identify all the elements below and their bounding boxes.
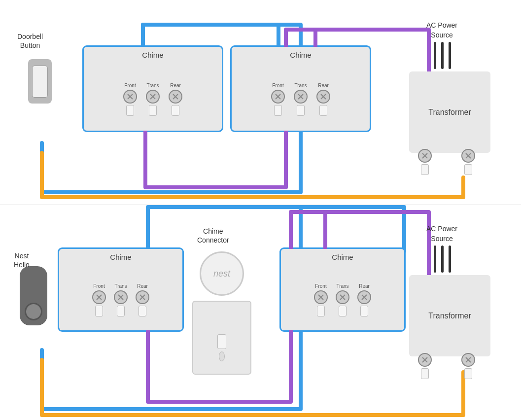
nest-hello-label: Nest Hello [14, 251, 30, 269]
diagram-container: Doorbell Button Chime Front Trans [0, 0, 521, 420]
top-chime1-front-terminal: Front [123, 83, 137, 116]
top-chime2-label: Chime [290, 51, 311, 59]
bottom-transformer-terminal-left [418, 353, 432, 379]
bottom-transformer-box: Transformer [409, 275, 490, 356]
chime-connector-wire-box [192, 301, 251, 375]
chime-connector-device: nest [200, 251, 244, 296]
doorbell-button-device [28, 59, 52, 104]
top-transformer-terminal-left [418, 149, 432, 175]
bottom-ac-lines [434, 245, 451, 273]
top-chime1-rear-terminal: Rear [169, 83, 182, 116]
bottom-chime2-box: Chime Front Trans Rear [281, 249, 404, 330]
bottom-chime2-rear-terminal: Rear [357, 283, 371, 316]
chime-connector-nest-logo: nest [213, 269, 230, 279]
doorbell-button-label: Doorbell Button [17, 32, 43, 50]
top-chime1-box: Chime Front Trans Rear [84, 47, 222, 131]
top-transformer-label: Transformer [428, 108, 471, 117]
top-ac-lines [434, 42, 451, 69]
chime-connector-label: Chime Connector [197, 227, 229, 245]
section-divider [0, 205, 521, 205]
top-chime2-trans-terminal: Trans [294, 83, 308, 116]
bottom-chime2-trans-terminal: Trans [336, 283, 349, 316]
top-chime2-box: Chime Front Trans Rear [232, 47, 370, 131]
top-transformer-box: Transformer [409, 71, 490, 153]
top-chime2-rear-terminal: Rear [316, 83, 330, 116]
bottom-chime2-front-terminal: Front [314, 283, 328, 316]
top-chime1-label: Chime [142, 51, 163, 59]
bottom-chime1-rear-terminal: Rear [136, 283, 149, 316]
top-chime1-trans-terminal: Trans [146, 83, 160, 116]
nest-hello-device [20, 266, 47, 325]
top-ac-power-label: AC Power Source [426, 21, 457, 40]
bottom-ac-power-label: AC Power Source [426, 224, 457, 244]
top-transformer-terminal-right [461, 149, 475, 175]
top-chime2-front-terminal: Front [271, 83, 285, 116]
bottom-transformer-label: Transformer [428, 312, 471, 320]
bottom-chime1-box: Chime Front Trans Rear [59, 249, 182, 330]
bottom-chime1-label: Chime [110, 253, 131, 261]
bottom-chime2-label: Chime [332, 253, 353, 261]
bottom-transformer-terminal-right [461, 353, 475, 379]
bottom-chime1-trans-terminal: Trans [114, 283, 128, 316]
bottom-chime1-front-terminal: Front [92, 283, 106, 316]
